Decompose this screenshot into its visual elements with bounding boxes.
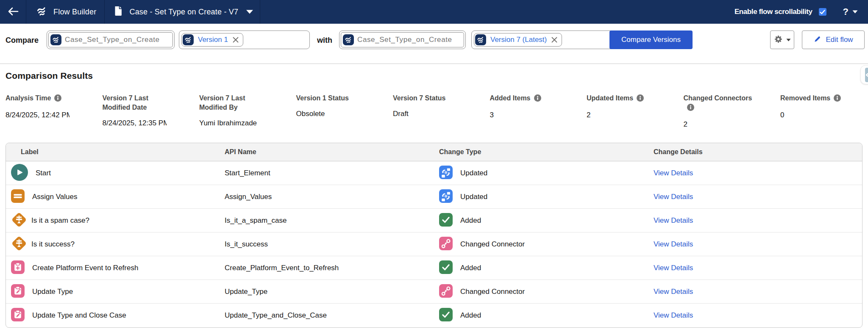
view-details-link[interactable]: View Details <box>654 193 693 201</box>
cell-change-details: View Details <box>654 193 862 201</box>
summary-stats: Analysis Time8/24/2025, 12:42 PMVersion … <box>6 94 868 129</box>
table-row: Assign Values Assign_Values Updated View… <box>6 185 862 209</box>
view-details-link[interactable]: View Details <box>654 169 693 177</box>
expand-panel-button[interactable] <box>860 65 868 84</box>
back-button[interactable] <box>0 0 26 24</box>
cell-change-details: View Details <box>654 216 862 225</box>
scrollability-checkbox[interactable] <box>819 8 826 16</box>
view-details-link[interactable]: View Details <box>654 288 693 296</box>
info-icon[interactable] <box>637 94 644 104</box>
version-pill-2[interactable]: Version 7 (Latest) <box>474 33 562 47</box>
help-caret-icon <box>852 10 858 14</box>
header-api-name: API Name <box>225 148 439 156</box>
view-details-link[interactable]: View Details <box>654 216 693 224</box>
stat-4: Version 7 StatusDraft <box>393 94 490 129</box>
view-details-link[interactable]: View Details <box>654 264 693 272</box>
cell-label: Create Platform Event to Refresh <box>6 260 225 276</box>
record-update-icon <box>11 284 25 299</box>
decision-icon <box>11 235 27 253</box>
cell-api-name: Assign_Values <box>225 193 439 201</box>
element-label: Update Type <box>32 288 73 296</box>
table-row: Is it a spam case? Is_it_a_spam_case Add… <box>6 209 862 232</box>
flow-title-caret-icon <box>246 8 253 16</box>
flow-select-2-value: Case_Set_Type_on_Create <box>357 36 452 44</box>
pencil-icon <box>813 35 821 45</box>
stat-8: Removed Items0 <box>780 94 868 129</box>
app-name: Flow Builder <box>53 8 96 17</box>
element-label: Assign Values <box>32 193 77 201</box>
change-type-label: Changed Connector <box>460 288 525 296</box>
stat-5: Added Items3 <box>490 94 587 129</box>
info-icon[interactable] <box>834 94 841 104</box>
cell-label: Update Type and Close Case <box>6 308 225 323</box>
change-type-label: Added <box>460 216 481 225</box>
expand-panel-square <box>865 68 868 82</box>
help-icon: ? <box>843 6 849 17</box>
version-pill-1-label: Version 1 <box>198 36 228 44</box>
help-menu[interactable]: ? <box>843 6 858 17</box>
flow-title-menu[interactable]: Case - Set Type on Create - V7 <box>105 0 260 24</box>
stat-value: 0 <box>780 111 844 119</box>
table-row: Update Type and Close Case Update_Type_a… <box>6 304 862 327</box>
added-icon <box>439 308 453 323</box>
cell-change-type: Added <box>439 213 654 228</box>
table-body: Start Start_Element Updated View Details… <box>6 161 862 327</box>
cell-label: Is it a spam case? <box>6 212 225 230</box>
flow-select-2[interactable]: Case_Set_Type_on_Create <box>339 30 466 49</box>
flow-select-1[interactable]: Case_Set_Type_on_Create <box>47 30 175 49</box>
stat-6: Updated Items2 <box>587 94 684 129</box>
edit-flow-label: Edit flow <box>826 36 853 44</box>
version-select-2[interactable]: Version 7 (Latest) <box>471 30 615 49</box>
view-details-link[interactable]: View Details <box>654 311 693 319</box>
header-label: Label <box>6 148 225 156</box>
version-pill-2-label: Version 7 (Latest) <box>490 36 547 44</box>
start-icon <box>11 164 28 183</box>
flow-title: Case - Set Type on Create - V7 <box>129 8 238 17</box>
info-icon[interactable] <box>534 94 541 104</box>
version-pill-1[interactable]: Version 1 <box>181 33 243 47</box>
cell-label: Update Type <box>6 284 225 299</box>
stat-label: Updated Items <box>587 94 659 104</box>
cell-api-name: Create_Platform_Event_to_Refresh <box>225 264 439 272</box>
connector-icon <box>439 284 453 299</box>
stat-value: 2 <box>684 120 748 129</box>
cell-change-details: View Details <box>654 240 862 249</box>
flow-icon <box>475 34 486 45</box>
view-details-link[interactable]: View Details <box>654 240 693 248</box>
cell-change-type: Changed Connector <box>439 237 654 252</box>
flow-icon <box>50 34 61 45</box>
stat-label: Version 1 Status <box>296 94 368 103</box>
settings-caret-icon <box>786 39 791 42</box>
compare-label: Compare <box>6 36 39 45</box>
edit-flow-button[interactable]: Edit flow <box>802 30 865 49</box>
cell-label: Assign Values <box>6 189 225 205</box>
stat-value: Obsolete <box>296 110 360 118</box>
remove-version-1-icon[interactable] <box>232 36 239 43</box>
cell-label: Is it success? <box>6 235 225 253</box>
cell-api-name: Update_Type_and_Close_Case <box>225 311 439 320</box>
stat-label: Changed Connectors <box>684 94 756 113</box>
cell-change-details: View Details <box>654 288 862 296</box>
element-label: Start <box>36 169 51 177</box>
change-type-label: Added <box>460 311 481 320</box>
cell-api-name: Is_it_success <box>225 240 439 249</box>
cell-change-type: Added <box>439 260 654 276</box>
flow-icon <box>343 34 354 45</box>
decision-icon <box>11 212 27 230</box>
cell-api-name: Update_Type <box>225 288 439 296</box>
stat-value: Yumi Ibrahimzade <box>199 119 263 127</box>
settings-button[interactable] <box>770 30 794 49</box>
header-change-type: Change Type <box>439 148 654 156</box>
remove-version-2-icon[interactable] <box>551 36 558 43</box>
cell-change-details: View Details <box>654 264 862 272</box>
top-bar: Flow Builder Case - Set Type on Create -… <box>0 0 868 24</box>
compare-versions-button[interactable]: Compare Versions <box>609 30 693 49</box>
table-row: Is it success? Is_it_success Changed Con… <box>6 232 862 256</box>
cell-change-type: Updated <box>439 189 654 205</box>
version-select-1[interactable]: Version 1 <box>179 30 310 49</box>
info-icon[interactable] <box>687 104 694 113</box>
info-icon[interactable] <box>54 94 61 104</box>
stat-value: 8/24/2025, 12:35 PM <box>103 119 167 127</box>
document-icon <box>114 6 122 18</box>
element-label: Is it success? <box>31 240 75 249</box>
